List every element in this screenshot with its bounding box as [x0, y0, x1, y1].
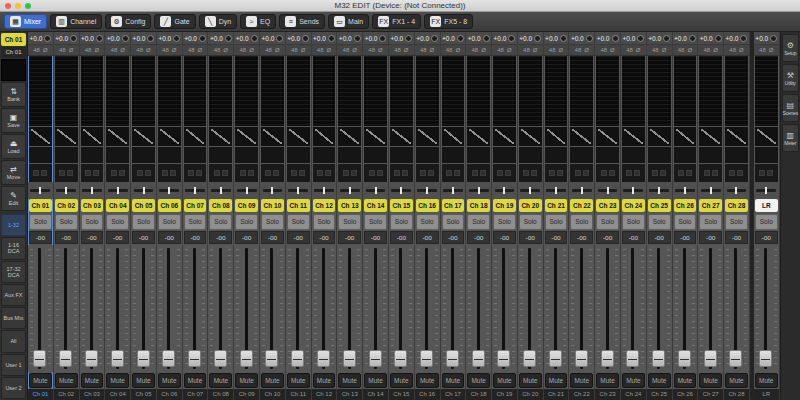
gain-knob[interactable]: [276, 35, 283, 42]
gate-curve-display[interactable]: [622, 127, 645, 146]
phase-invert-icon[interactable]: Ø: [739, 46, 744, 55]
gate-curve-display[interactable]: [209, 127, 232, 146]
selected-channel-button[interactable]: Ch 01: [1, 33, 26, 46]
fader-handle[interactable]: [394, 350, 407, 367]
sends-display[interactable]: [416, 164, 439, 182]
dynamics-display[interactable]: [29, 147, 52, 163]
dynamics-display[interactable]: [674, 147, 697, 163]
pan-notch[interactable]: [426, 187, 428, 194]
phase-invert-icon[interactable]: Ø: [533, 46, 538, 55]
solo-button[interactable]: Solo: [184, 214, 207, 230]
phase-invert-icon[interactable]: Ø: [352, 46, 357, 55]
pan-notch[interactable]: [323, 187, 325, 194]
gain-knob[interactable]: [328, 35, 335, 42]
channel-select-button[interactable]: Ch 08: [209, 199, 232, 212]
pan-notch[interactable]: [117, 187, 119, 194]
solo-button[interactable]: Solo: [235, 214, 258, 230]
bank-button-aux-fx[interactable]: Aux FX: [1, 284, 26, 306]
pan-notch[interactable]: [607, 187, 609, 194]
channel-select-button[interactable]: Ch 03: [81, 199, 104, 212]
dynamics-display[interactable]: [519, 147, 542, 163]
channel-select-button[interactable]: Ch 21: [545, 199, 568, 212]
gain-knob[interactable]: [147, 35, 154, 42]
mute-button[interactable]: Mute: [674, 373, 697, 388]
solo-button[interactable]: Solo: [519, 214, 542, 230]
toolbar-tab-dyn[interactable]: ╲ Dyn: [199, 14, 237, 29]
pan-notch[interactable]: [478, 187, 480, 194]
channel-select-button[interactable]: Ch 23: [596, 199, 619, 212]
gain-knob[interactable]: [637, 35, 644, 42]
phantom-48v-icon[interactable]: 48: [368, 46, 375, 55]
sends-display[interactable]: [622, 164, 645, 182]
fader[interactable]: [208, 245, 233, 372]
mute-button[interactable]: Mute: [364, 373, 387, 388]
gain-knob[interactable]: [431, 35, 438, 42]
sends-display[interactable]: [235, 164, 258, 182]
sends-display[interactable]: [596, 164, 619, 182]
fader[interactable]: [286, 245, 311, 372]
solo-button[interactable]: Solo: [596, 214, 619, 230]
channel-select-button[interactable]: Ch 09: [235, 199, 258, 212]
solo-button[interactable]: Solo: [313, 214, 336, 230]
mute-button[interactable]: Mute: [158, 373, 181, 388]
mute-button[interactable]: Mute: [596, 373, 619, 388]
fader-handle[interactable]: [59, 350, 72, 367]
phantom-48v-icon[interactable]: 48: [85, 46, 92, 55]
fader[interactable]: [754, 245, 779, 372]
fader[interactable]: [183, 245, 208, 372]
channel-select-button[interactable]: Ch 19: [493, 199, 516, 212]
phase-invert-icon[interactable]: Ø: [43, 46, 48, 55]
solo-button[interactable]: Solo: [81, 214, 104, 230]
pan-slider[interactable]: [492, 182, 517, 199]
mute-button[interactable]: Mute: [519, 373, 542, 388]
pan-slider[interactable]: [415, 182, 440, 199]
solo-button[interactable]: Solo: [287, 214, 310, 230]
dynamics-display[interactable]: [755, 147, 778, 163]
pan-notch[interactable]: [65, 187, 67, 194]
mute-button[interactable]: Mute: [55, 373, 78, 388]
gate-curve-display[interactable]: [390, 127, 413, 146]
gain-knob[interactable]: [96, 35, 103, 42]
fader-handle[interactable]: [291, 350, 304, 367]
gate-curve-display[interactable]: [313, 127, 336, 146]
gate-curve-display[interactable]: [338, 127, 361, 146]
gate-curve-display[interactable]: [545, 127, 568, 146]
pan-slider[interactable]: [389, 182, 414, 199]
phantom-48v-icon[interactable]: 48: [471, 46, 478, 55]
phantom-48v-icon[interactable]: 48: [265, 46, 272, 55]
channel-select-button[interactable]: Ch 10: [261, 199, 284, 212]
gain-knob[interactable]: [770, 35, 777, 42]
sends-display[interactable]: [29, 164, 52, 182]
dynamics-display[interactable]: [287, 147, 310, 163]
phase-invert-icon[interactable]: Ø: [430, 46, 435, 55]
bank-button-1-16-dca[interactable]: 1-16 DCA: [1, 237, 26, 259]
sends-display[interactable]: [755, 164, 778, 182]
pan-slider[interactable]: [131, 182, 156, 199]
gate-curve-display[interactable]: [596, 127, 619, 146]
channel-select-button[interactable]: Ch 13: [338, 199, 361, 212]
mute-button[interactable]: Mute: [287, 373, 310, 388]
gate-curve-display[interactable]: [442, 127, 465, 146]
mute-button[interactable]: Mute: [81, 373, 104, 388]
pan-slider[interactable]: [754, 182, 779, 199]
fader[interactable]: [363, 245, 388, 372]
mute-button[interactable]: Mute: [493, 373, 516, 388]
pan-notch[interactable]: [452, 187, 454, 194]
solo-button[interactable]: Solo: [158, 214, 181, 230]
dynamics-display[interactable]: [570, 147, 593, 163]
dynamics-display[interactable]: [442, 147, 465, 163]
mute-button[interactable]: Mute: [338, 373, 361, 388]
pan-slider[interactable]: [518, 182, 543, 199]
sidebar-tool-save[interactable]: ▣ Save: [1, 108, 26, 133]
gain-knob[interactable]: [508, 35, 515, 42]
fader[interactable]: [569, 245, 594, 372]
phantom-48v-icon[interactable]: 48: [317, 46, 324, 55]
gate-curve-display[interactable]: [648, 127, 671, 146]
dynamics-display[interactable]: [209, 147, 232, 163]
pan-notch[interactable]: [246, 187, 248, 194]
dynamics-display[interactable]: [622, 147, 645, 163]
phantom-48v-icon[interactable]: 48: [600, 46, 607, 55]
toolbar-tab-eq[interactable]: ≈ EQ: [240, 14, 276, 29]
bank-button-user-1[interactable]: User 1: [1, 354, 26, 376]
gate-curve-display[interactable]: [570, 127, 593, 146]
